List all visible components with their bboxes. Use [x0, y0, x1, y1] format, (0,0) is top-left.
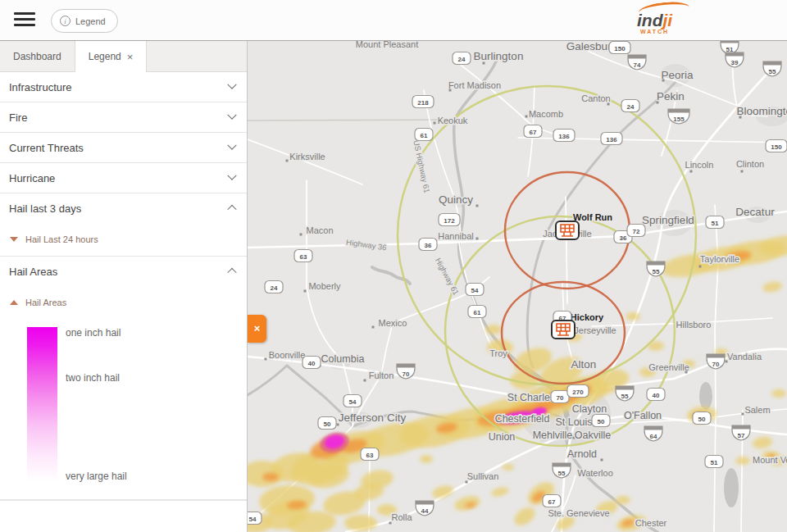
legend-button[interactable]: i Legend — [51, 9, 118, 33]
hail-blob-yellow — [503, 464, 514, 471]
hamburger-menu-icon[interactable] — [14, 12, 35, 29]
city-dot — [476, 205, 479, 207]
city-dot — [726, 361, 728, 363]
map-label: Chester — [635, 518, 667, 528]
map-canvas[interactable]: Mount PleasantBurlingtonFort MadisonKeok… — [248, 41, 787, 532]
map-label: St Charles — [507, 392, 555, 403]
city-dot — [434, 122, 436, 125]
chevron-down-icon — [227, 171, 236, 180]
map-label: Mount Pleasant — [356, 41, 418, 49]
map-label: Macon — [306, 225, 333, 235]
hail-blob-yellow — [771, 389, 786, 398]
shield-number: 172 — [444, 217, 455, 225]
tab-close-icon[interactable]: × — [127, 51, 134, 63]
shield-number: 55 — [653, 268, 660, 275]
us-route-shield-50: 50 — [693, 412, 711, 425]
section-header-hurricane[interactable]: Hurricane — [0, 163, 247, 193]
shield-number: 55 — [769, 68, 776, 75]
map-label: Pekin — [657, 90, 685, 102]
shield-number: 50 — [324, 421, 331, 428]
tab-dashboard[interactable]: Dashboard — [0, 41, 75, 71]
section-infrastructure: Infrastructure — [0, 72, 247, 102]
city-dot — [466, 481, 468, 484]
section-header-hail-3-days[interactable]: Hail last 3 days — [0, 193, 247, 223]
shield-crest — [707, 354, 725, 358]
shield-number: 36 — [425, 242, 432, 249]
city-dot — [337, 424, 339, 426]
shield-number: 39 — [731, 59, 739, 66]
shield-number: 61 — [421, 132, 428, 139]
city-dot — [525, 116, 528, 118]
section-hail-3-days: Hail last 3 days Hail Last 24 hours — [0, 193, 247, 257]
map-label: Waterloo — [577, 468, 613, 478]
us-route-shield-136: 136 — [601, 133, 622, 145]
hail-areas-legend: one inch hail two inch hail very large h… — [0, 319, 247, 499]
map-label: Keokuk — [438, 116, 468, 125]
map-label: Hickory — [571, 312, 604, 322]
app-window: { "topbar": { "legend_button": "Legend",… — [0, 0, 787, 532]
hickory-site-marker[interactable] — [552, 321, 575, 339]
section-header-hail-areas[interactable]: Hail Areas — [0, 257, 247, 286]
sidebar-tabs: Dashboard Legend × — [0, 41, 247, 72]
chevron-down-icon — [227, 141, 236, 150]
map-label: Kirksville — [289, 152, 325, 161]
chevron-down-icon — [227, 80, 236, 89]
shield-crest — [628, 55, 646, 59]
shield-crest — [397, 364, 415, 368]
section-hurricane: Hurricane — [0, 163, 247, 193]
state-boundary — [248, 120, 455, 120]
map-label: Rolla — [391, 512, 412, 522]
shield-number: 50 — [698, 416, 706, 423]
section-header-current-threats[interactable]: Current Threats — [0, 133, 247, 162]
us-route-shield-50: 50 — [318, 417, 336, 430]
shield-number: 55 — [558, 470, 566, 477]
shield-number: 136 — [558, 133, 570, 140]
map-label: Jefferson City — [339, 412, 407, 424]
shield-number: 63 — [366, 452, 374, 459]
map-label: Sullivan — [467, 471, 499, 481]
shield-number: 70 — [557, 394, 564, 402]
hail-blob-yellow — [616, 496, 630, 504]
map-label: Fort Madison — [448, 80, 501, 90]
map-label: Jerseyville — [574, 325, 616, 335]
city-dot — [300, 234, 303, 236]
city-dot — [685, 371, 688, 374]
shield-number: 54 — [471, 287, 479, 294]
section-header-infrastructure[interactable]: Infrastructure — [0, 72, 247, 102]
shield-number: 136 — [606, 136, 617, 143]
map-label: St Louis — [555, 416, 592, 428]
map-label: O'Fallon — [624, 410, 662, 421]
shield-number: 150 — [771, 143, 782, 151]
map-label: Mount Vernon — [753, 455, 787, 465]
map-label: Burlington — [474, 50, 524, 62]
map-label: Peoria — [661, 69, 694, 81]
us-route-shield-270: 270 — [567, 385, 589, 398]
map-label: Greenville — [648, 362, 689, 372]
city-dot — [742, 413, 744, 416]
layer-hail-areas[interactable]: Hail Areas — [0, 286, 247, 319]
chevron-up-icon — [227, 205, 236, 214]
map-label: Springfield — [642, 214, 694, 226]
section-header-fire[interactable]: Fire — [0, 102, 247, 132]
tab-legend[interactable]: Legend × — [75, 41, 148, 72]
map-label: Clayton — [572, 403, 607, 415]
map-label: Canton — [581, 93, 610, 103]
us-route-shield-54: 54 — [466, 284, 484, 296]
map-label: Arnold — [567, 448, 597, 460]
city-dot — [699, 266, 702, 268]
us-route-shield-67: 67 — [543, 495, 561, 507]
shield-number: 54 — [349, 398, 357, 406]
legend-label-two-inch: two inch hail — [66, 372, 120, 384]
wolf-run-site-marker[interactable] — [556, 221, 579, 239]
shield-number: 72 — [633, 228, 640, 235]
us-route-shield-72: 72 — [627, 225, 645, 237]
map-label: Clinton — [736, 159, 764, 169]
collapse-sidebar-tab[interactable]: × — [248, 315, 266, 343]
shield-crest — [553, 463, 571, 467]
map-label: Decatur — [735, 206, 775, 218]
map-label: Troy — [489, 348, 507, 358]
hail-blob-yellow — [735, 457, 750, 465]
layer-hail-last-24-hours[interactable]: Hail Last 24 hours — [0, 223, 247, 256]
city-dot — [662, 80, 665, 82]
city-dot — [364, 380, 366, 382]
